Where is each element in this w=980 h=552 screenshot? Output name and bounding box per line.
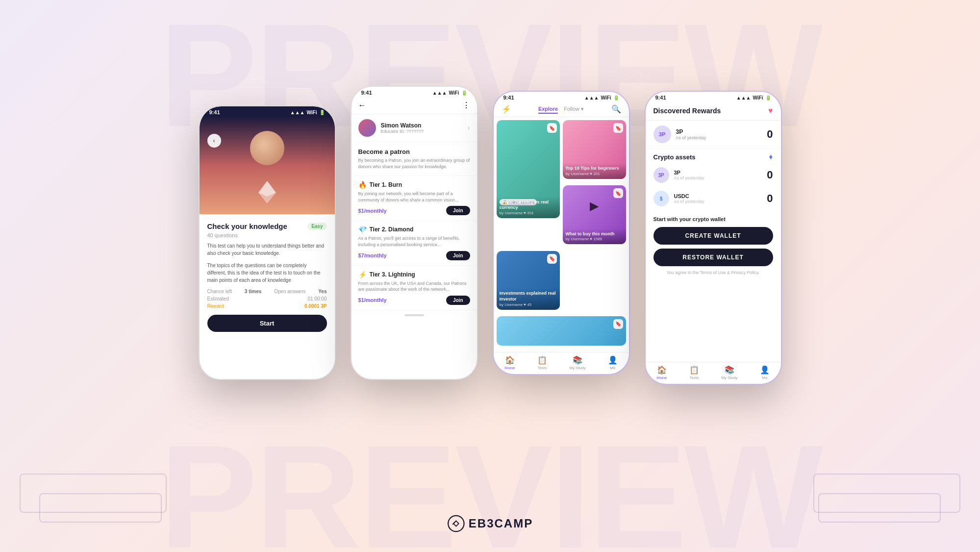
nav-me-3[interactable]: 👤 Me — [608, 355, 618, 370]
restore-wallet-button[interactable]: RESTORE WALLET — [653, 249, 773, 266]
nav-tests-4[interactable]: 📋 Tests — [689, 365, 699, 380]
nav-home-4[interactable]: 🏠 Home — [656, 365, 667, 380]
eth-logo — [257, 180, 277, 204]
card-title-1: Crypto currency vs real currency — [500, 200, 557, 211]
card-meta-3: by Username ♥ 1589 — [566, 237, 623, 241]
tier3-icon: ⚡ — [358, 271, 367, 278]
home-icon-3: 🏠 — [505, 355, 515, 365]
save-icon-4[interactable]: 🔖 — [547, 254, 557, 264]
status-time-1: 9:41 — [209, 109, 220, 115]
me-icon-4: 👤 — [760, 365, 770, 375]
deco-frame-2 — [39, 493, 162, 523]
nav-home-label-3: Home — [504, 366, 515, 370]
tier2-join-btn[interactable]: Join — [446, 251, 470, 260]
crypto-usdc: $ USDC As of yesterday 0 — [646, 187, 781, 210]
card-extra: 🔖 — [497, 316, 626, 346]
nav-tests-3[interactable]: 📋 Tests — [537, 355, 547, 370]
card-top10: 🔖 Top 10 Tips for beginners by Username … — [563, 120, 626, 179]
status-time-4: 9:41 — [655, 95, 666, 100]
search-icon-3[interactable]: 🔍 — [611, 104, 621, 114]
tier-2: 💎 Tier 2. Diamond As a Patron, you'll ge… — [352, 221, 477, 265]
reward-item: 3P 3P As of yesterday 0 — [646, 121, 781, 149]
card-meta-1: by Username ♥ 201 — [500, 211, 557, 215]
phone-1: 9:41 ▲▲▲ WiFi 🔋 ‹ Check your knowledge — [199, 105, 336, 380]
tier1-join-btn[interactable]: Join — [446, 206, 470, 215]
patron-title: Become a patron — [358, 148, 470, 155]
card-overlay-4: Investments explained real Investor by U… — [497, 288, 560, 309]
svg-point-2 — [448, 516, 464, 531]
tab-explore[interactable]: Explore — [538, 105, 558, 114]
tests-icon-4: 📋 — [689, 365, 699, 375]
tier1-icon: 🔥 — [358, 181, 367, 189]
bottom-nav-3: 🏠 Home 📋 Tests 📚 My Study 👤 Me — [494, 352, 629, 374]
discovered-rewards-title: Discovered Rewards — [653, 107, 721, 115]
save-icon-3[interactable]: 🔖 — [613, 188, 623, 198]
profile-sub: Educator ID: ??????? — [381, 129, 424, 134]
tier3-desc: From across the UK, the USA and Canada, … — [358, 280, 470, 293]
tier3-price: $1/monthly — [358, 297, 387, 303]
back-icon-2[interactable]: ← — [358, 101, 366, 110]
logo-text: EB3CAMP — [469, 517, 533, 530]
phone2-header: ← ⋮ — [352, 97, 477, 114]
card-meta-4: by Username ♥ 45 — [500, 302, 557, 307]
back-button-1[interactable]: ‹ — [207, 134, 221, 148]
tier3-name: Tier 3. Lightning — [370, 271, 415, 278]
crypto-3p: 3P 3P As of yesterday 0 — [646, 163, 781, 187]
save-icon-5[interactable]: 🔖 — [613, 319, 623, 329]
reward-sub: As of yesterday — [676, 135, 762, 140]
card-overlay-3: What to buy this month by Username ♥ 158… — [563, 228, 626, 245]
tab-follow[interactable]: Follow ▾ — [564, 105, 584, 113]
reward-info: 3P As of yesterday — [676, 128, 762, 140]
card-crypto-vs-real: 🔖 🔒 Patron content Crypto currency vs re… — [497, 120, 560, 218]
save-icon-2[interactable]: 🔖 — [613, 123, 623, 133]
phone1-content: Check your knowledge Easy 40 questions T… — [200, 214, 335, 340]
status-icons-3: ▲▲▲WiFi🔋 — [584, 95, 619, 100]
phone1-hero: ‹ — [200, 116, 335, 214]
crypto-usdc-sub: As of yesterday — [674, 199, 762, 204]
tier2-price: $7/monthly — [358, 252, 387, 258]
tier1-desc: By joining our network, you will become … — [358, 191, 470, 203]
tier3-join-btn[interactable]: Join — [446, 296, 470, 305]
reward-val: 0.0001 3P — [304, 303, 327, 309]
crypto-assets-header: Crypto assets ♦ — [646, 149, 781, 163]
phone3-nav: ⚡ Explore Follow ▾ 🔍 — [494, 101, 629, 117]
moon-graphic — [250, 131, 284, 165]
tier-1: 🔥 Tier 1. Burn By joining our network, y… — [352, 176, 477, 221]
nav-home-label-4: Home — [656, 376, 667, 380]
play-icon: ▶ — [590, 199, 599, 213]
save-icon-1[interactable]: 🔖 — [547, 123, 557, 133]
home-icon-4: 🏠 — [657, 365, 667, 375]
tier2-icon: 💎 — [358, 226, 367, 233]
mystudy-icon-4: 📚 — [725, 365, 734, 375]
nav-mystudy-3[interactable]: 📚 My Study — [569, 355, 585, 370]
status-time-2: 9:41 — [361, 90, 372, 96]
crypto-usdc-icon: $ — [653, 191, 669, 206]
tier-3: ⚡ Tier 3. Lightning From across the UK, … — [352, 266, 477, 310]
lightning-icon: ⚡ — [502, 104, 511, 114]
crypto-3p-amount: 0 — [767, 169, 773, 181]
nav-mystudy-4[interactable]: 📚 My Study — [721, 365, 737, 380]
nav-me-4[interactable]: 👤 Me — [760, 365, 770, 380]
create-wallet-button[interactable]: CREATE WALLET — [653, 227, 773, 245]
avatar-2 — [358, 119, 376, 137]
phones-container: 9:41 ▲▲▲ WiFi 🔋 ‹ Check your knowledge — [0, 0, 980, 441]
chance-val: 3 times — [245, 289, 261, 294]
status-icons-4: ▲▲▲WiFi🔋 — [736, 95, 771, 100]
nav-tests-label-3: Tests — [537, 366, 547, 370]
phone-2: 9:41 ▲▲▲WiFi🔋 ← ⋮ Simon Watson Educator … — [351, 86, 478, 380]
card-title-3: What to buy this month — [566, 231, 623, 237]
crypto-usdc-name: USDC — [674, 193, 762, 199]
patron-desc: By becoming a Patron, you join an extrao… — [358, 157, 470, 170]
terms-text: You agree to the Terms of Use & Privacy … — [653, 270, 773, 275]
nav-home-3[interactable]: 🏠 Home — [504, 355, 515, 370]
reward-row: Reward 0.0001 3P — [207, 303, 327, 309]
profile-chevron[interactable]: › — [467, 124, 470, 132]
start-button[interactable]: Start — [207, 315, 327, 332]
more-icon-2[interactable]: ⋮ — [462, 100, 470, 110]
explore-grid: 🔖 🔒 Patron content Crypto currency vs re… — [494, 117, 629, 352]
me-icon-3: 👤 — [608, 355, 618, 365]
card-meta-2: by Username ♥ 201 — [566, 172, 623, 176]
nav-mystudy-label-3: My Study — [569, 366, 585, 370]
crypto-3p-icon: 3P — [653, 167, 669, 183]
eth-icon: ♦ — [769, 152, 773, 161]
